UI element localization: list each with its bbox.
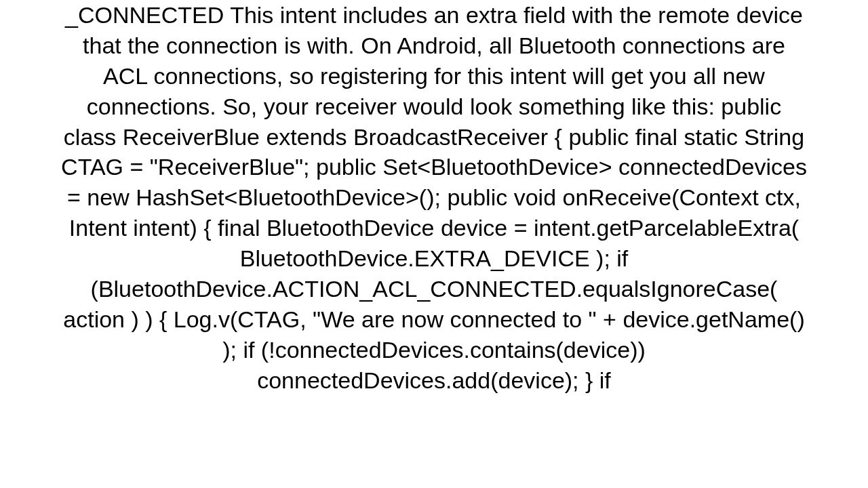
body-text: _CONNECTED This intent includes an extra… bbox=[61, 2, 807, 393]
document-body: _CONNECTED This intent includes an extra… bbox=[34, 0, 834, 395]
